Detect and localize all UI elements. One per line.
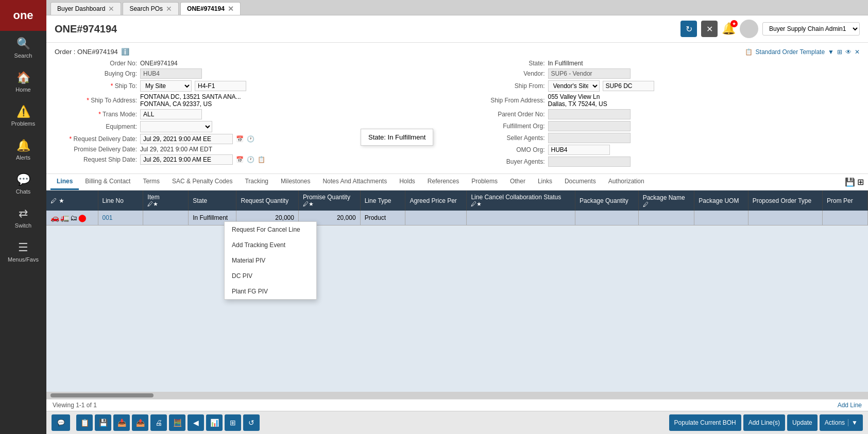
app-logo[interactable]: one	[0, 0, 46, 31]
save-button[interactable]: 💾	[95, 414, 111, 431]
scroll-thumb[interactable]	[50, 393, 154, 397]
row-line-no[interactable]: 001	[98, 211, 143, 225]
chat-widget[interactable]: 💬	[52, 414, 70, 431]
actions-split-button[interactable]: Actions ▼	[820, 414, 863, 431]
ship-to-site-select[interactable]: My Site	[140, 80, 192, 92]
notification-bell[interactable]: 🔔 ★	[722, 22, 736, 36]
row-prom-per	[823, 211, 868, 225]
context-menu-item-dc-piv[interactable]: DC PIV	[225, 268, 316, 284]
fulfillment-org-input	[548, 121, 631, 131]
home-icon: 🏠	[16, 71, 30, 84]
update-button[interactable]: Update	[787, 414, 818, 431]
tab-milestones[interactable]: Milestones	[275, 174, 316, 190]
template-close-icon[interactable]: ✕	[855, 48, 860, 56]
ship-from-select[interactable]: Vendor's Site	[548, 80, 600, 92]
tab-save-icon[interactable]: 💾	[845, 177, 855, 187]
context-menu-item-request-cancel[interactable]: Request For Cancel Line	[225, 222, 316, 237]
print-button[interactable]: 🖨	[150, 414, 167, 431]
context-menu-item-add-tracking[interactable]: Add Tracking Event	[225, 237, 316, 253]
user-dropdown[interactable]: Buyer Supply Chain Admin1	[762, 22, 860, 36]
request-ship-input[interactable]	[140, 154, 233, 165]
sidebar-item-search[interactable]: 🔍 Search	[0, 31, 46, 65]
sidebar-item-problems[interactable]: ⚠️ Problems	[0, 99, 46, 133]
tab-tracking[interactable]: Tracking	[239, 174, 275, 190]
horizontal-scrollbar[interactable]	[46, 392, 868, 399]
calendar2-icon[interactable]: 📅	[236, 156, 244, 163]
nav-tabs: Lines Billing & Contact Terms SAC & Pena…	[46, 174, 868, 190]
tab-actions: 💾 ⊞	[845, 174, 864, 190]
tab-holds[interactable]: Holds	[393, 174, 421, 190]
order-info-icon[interactable]: ℹ️	[121, 48, 129, 56]
ship-from-code-input[interactable]	[603, 81, 654, 91]
buying-org-input[interactable]	[140, 68, 202, 79]
tab-authorization[interactable]: Authorization	[602, 174, 651, 190]
populate-boh-button[interactable]: Populate Current BOH	[669, 414, 741, 431]
tab-order[interactable]: ONE#974194 ✕	[180, 2, 241, 15]
trans-mode-input[interactable]	[140, 109, 202, 119]
sidebar-item-label: Menus/Favs	[8, 256, 39, 263]
sidebar-item-menus[interactable]: ☰ Menus/Favs	[0, 235, 46, 269]
chart-button[interactable]: 📊	[206, 414, 223, 431]
grid-button[interactable]: ⊞	[225, 414, 241, 431]
sidebar-item-home[interactable]: 🏠 Home	[0, 65, 46, 99]
notification-badge: ★	[730, 20, 738, 27]
tab-search-pos[interactable]: Search POs ✕	[123, 2, 179, 15]
state-popup-text: State: In Fulfillment	[368, 133, 426, 141]
back-button[interactable]: ◀	[188, 414, 204, 431]
template-dropdown-icon[interactable]: ▼	[828, 48, 834, 56]
refresh-button[interactable]: ↻	[680, 21, 697, 37]
parent-order-row: Parent Order No:	[463, 109, 860, 119]
ship-to-address-label: Ship To Address:	[55, 97, 137, 104]
request-delivery-input[interactable]	[140, 134, 233, 144]
tab-other[interactable]: Other	[504, 174, 532, 190]
close-tab-order[interactable]: ✕	[228, 5, 234, 13]
tab-sac[interactable]: SAC & Penalty Codes	[166, 174, 239, 190]
tab-problems[interactable]: Problems	[465, 174, 504, 190]
copy-icon[interactable]: 📋	[258, 156, 265, 163]
add-line-link[interactable]: Add Line	[838, 402, 862, 409]
omo-org-input[interactable]	[548, 145, 610, 155]
calendar-icon[interactable]: 📅	[236, 135, 244, 143]
tab-terms[interactable]: Terms	[137, 174, 166, 190]
add-lines-button[interactable]: Add Line(s)	[743, 414, 785, 431]
row-package-uom	[694, 211, 748, 225]
tab-documents[interactable]: Documents	[558, 174, 602, 190]
promise-delivery-row: Promise Delivery Date: Jul 29, 2021 9:00…	[55, 146, 452, 153]
state-popup: State: In Fulfillment	[361, 129, 433, 146]
download-button[interactable]: 📥	[113, 414, 130, 431]
template-icon: 📋	[745, 48, 753, 56]
sidebar-item-label: Home	[15, 86, 30, 93]
template-actions-icon[interactable]: ⊞	[837, 48, 842, 56]
tab-notes[interactable]: Notes And Attachments	[316, 174, 393, 190]
template-label[interactable]: Standard Order Template	[756, 48, 825, 56]
template-view-icon[interactable]: 👁	[845, 48, 852, 56]
tab-billing[interactable]: Billing & Contact	[79, 174, 137, 190]
copy-button[interactable]: 📋	[76, 414, 93, 431]
sidebar-item-chats[interactable]: 💬 Chats	[0, 167, 46, 201]
close-tab-buyer-dashboard[interactable]: ✕	[108, 5, 114, 13]
context-menu-item-material-piv[interactable]: Material PIV	[225, 253, 316, 268]
main-content: Buyer Dashboard ✕ Search POs ✕ ONE#97419…	[46, 0, 868, 434]
upload-button[interactable]: 📤	[132, 414, 148, 431]
calc-button[interactable]: 🧮	[169, 414, 185, 431]
clock2-icon[interactable]: 🕐	[247, 156, 254, 163]
sidebar-item-label: Switch	[15, 222, 31, 229]
close-tab-search-pos[interactable]: ✕	[166, 5, 172, 13]
context-menu-item-plant-fg-piv[interactable]: Plant FG PIV	[225, 284, 316, 299]
tab-references[interactable]: References	[421, 174, 465, 190]
equipment-select[interactable]	[140, 121, 212, 132]
tab-links[interactable]: Links	[532, 174, 558, 190]
col-package-uom: Package UOM	[694, 190, 748, 211]
close-button[interactable]: ✕	[701, 21, 718, 37]
actions-dropdown-arrow[interactable]: ▼	[848, 419, 858, 426]
clock-icon[interactable]: 🕐	[247, 135, 254, 143]
vendor-input	[548, 68, 631, 79]
buyer-agents-label: Buyer Agents:	[463, 158, 545, 165]
tab-expand-icon[interactable]: ⊞	[857, 177, 864, 187]
tab-buyer-dashboard[interactable]: Buyer Dashboard ✕	[50, 2, 121, 15]
refresh2-button[interactable]: ↺	[243, 414, 260, 431]
sidebar-item-switch[interactable]: ⇄ Switch	[0, 201, 46, 235]
sidebar-item-alerts[interactable]: 🔔 Alerts	[0, 133, 46, 167]
ship-to-code-input[interactable]	[195, 81, 246, 91]
tab-lines[interactable]: Lines	[50, 174, 79, 190]
